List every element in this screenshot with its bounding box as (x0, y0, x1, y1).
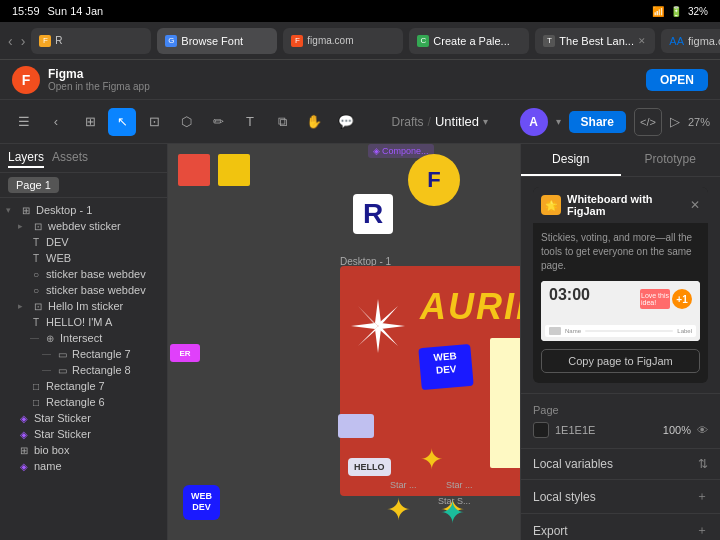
layer-sticker-base-2[interactable]: ○ sticker base webdev (0, 282, 167, 298)
expand-icon: — (42, 349, 52, 359)
hello-sticker-frame: HELLO (348, 458, 391, 476)
local-styles-add-icon[interactable]: ＋ (696, 488, 708, 505)
tab-create-palette[interactable]: C Create a Pale... (409, 28, 529, 54)
layer-webdev-sticker[interactable]: ▸ ⊡ webdev sticker (0, 218, 167, 234)
visibility-icon[interactable]: 👁 (697, 424, 708, 436)
design-tab[interactable]: Design (521, 144, 621, 176)
shape-tool-btn[interactable]: ⬡ (172, 108, 200, 136)
menu-btn[interactable]: ☰ (10, 108, 38, 136)
expand-icon: ▾ (6, 205, 16, 215)
back-btn[interactable]: ‹ (8, 33, 13, 49)
small-rect-sticker (338, 414, 374, 438)
pen-tool-btn[interactable]: ✏ (204, 108, 232, 136)
status-right: 📶 🔋 32% (652, 6, 708, 17)
tab-best-lan[interactable]: T The Best Lan... ✕ (535, 28, 655, 54)
copy-to-figjam-button[interactable]: Copy page to FigJam (541, 349, 700, 373)
tab-figma-1[interactable]: F R (31, 28, 151, 54)
tab-favicon-best: T (543, 35, 555, 47)
component-icon: ◈ (18, 412, 30, 424)
file-name[interactable]: Untitled (435, 114, 479, 129)
tab-browse-font[interactable]: G Browse Font (157, 28, 277, 54)
page-section: Page 1E1E1E 100% 👁 (521, 394, 720, 449)
text-icon: T (30, 316, 42, 328)
tab-figma-2[interactable]: F figma.com (283, 28, 403, 54)
figma-star-badge: F (408, 154, 460, 206)
prototype-tab[interactable]: Prototype (621, 144, 721, 176)
play-btn[interactable]: ▷ (670, 114, 680, 129)
export-add-icon[interactable]: ＋ (696, 522, 708, 539)
back-tool-btn[interactable]: ‹ (42, 108, 70, 136)
layer-sticker-base-1[interactable]: ○ sticker base webdev (0, 266, 167, 282)
tab-favicon-figma2: F (291, 35, 303, 47)
layer-desktop-1[interactable]: ▾ ⊞ Desktop - 1 (0, 202, 167, 218)
component-icon: ◈ (18, 460, 30, 472)
layer-label: Star Sticker (34, 412, 91, 424)
figjam-preview: 03:00 Love thisidea! +1 Name Label (541, 281, 700, 341)
figjam-banner: 🌟 Whiteboard with FigJam ✕ Stickies, vot… (533, 187, 708, 383)
address-bar[interactable]: AA figma.com 🔒 ↻ (661, 29, 720, 53)
canvas[interactable]: ◈ Compone... F R Desktop - 1 (168, 144, 520, 540)
compass-rose (348, 296, 408, 356)
layer-rect7a[interactable]: — ▭ Rectangle 7 (0, 346, 167, 362)
figjam-title: Whiteboard with FigJam (567, 193, 684, 217)
tab-favicon-figma: F (39, 35, 51, 47)
figjam-close-btn[interactable]: ✕ (690, 198, 700, 212)
tab-label-figma: R (55, 35, 62, 46)
assets-tab[interactable]: Assets (52, 148, 88, 168)
battery-percent: 32% (688, 6, 708, 17)
left-panel: Layers Assets Page 1 ▾ ⊞ Desktop - 1 ▸ ⊡… (0, 144, 168, 540)
text-icon: T (30, 236, 42, 248)
layer-intersect[interactable]: — ⊕ Intersect (0, 330, 167, 346)
layer-web[interactable]: T WEB (0, 250, 167, 266)
layer-hello-sticker[interactable]: ▸ ⊡ Hello Im sticker (0, 298, 167, 314)
dropdown-icon[interactable]: ▾ (483, 116, 488, 127)
text-tool-btn[interactable]: T (236, 108, 264, 136)
tab-label-browse: Browse Font (181, 35, 243, 47)
layer-tree: ▾ ⊞ Desktop - 1 ▸ ⊡ webdev sticker T DEV… (0, 198, 167, 540)
avatar-btn[interactable]: A (520, 108, 548, 136)
page-opacity: 100% (663, 424, 691, 436)
layer-rect8[interactable]: — ▭ Rectangle 8 (0, 362, 167, 378)
layer-dev[interactable]: T DEV (0, 234, 167, 250)
layer-name[interactable]: ◈ name (0, 458, 167, 474)
code-btn[interactable]: </> (634, 108, 662, 136)
layer-rect6[interactable]: □ Rectangle 6 (0, 394, 167, 410)
comment-tool-btn[interactable]: 💬 (332, 108, 360, 136)
layer-label: Rectangle 6 (46, 396, 105, 408)
tab-close-icon[interactable]: ✕ (638, 36, 646, 46)
local-variables-icon[interactable]: ⇅ (698, 457, 708, 471)
select-tool-btn[interactable]: ↖ (108, 108, 136, 136)
layer-star-sticker-2[interactable]: ◈ Star Sticker (0, 426, 167, 442)
drafts-label[interactable]: Drafts (392, 115, 424, 129)
hand-tool-btn[interactable]: ✋ (300, 108, 328, 136)
toolbar: ☰ ‹ ⊞ ↖ ⊡ ⬡ ✏ T ⧉ ✋ 💬 Drafts / Untitled … (0, 100, 720, 144)
page-tab-1[interactable]: Page 1 (8, 177, 59, 193)
layers-tab[interactable]: Layers (8, 148, 44, 168)
figma-app-name: Figma (48, 67, 638, 81)
share-button[interactable]: Share (569, 111, 626, 133)
avatar-dropdown-icon[interactable]: ▾ (556, 116, 561, 127)
page-color-swatch[interactable] (533, 422, 549, 438)
layer-star-sticker-1[interactable]: ◈ Star Sticker (0, 410, 167, 426)
webdev-badge-frame: WEBDEV (418, 344, 473, 390)
toolbar-center: Drafts / Untitled ▾ (366, 114, 514, 129)
layers-tool-btn[interactable]: ⊞ (76, 108, 104, 136)
zoom-level[interactable]: 27% (688, 116, 710, 128)
expand-icon: — (30, 333, 40, 343)
status-date: Sun 14 Jan (48, 5, 104, 17)
layer-label: Star Sticker (34, 428, 91, 440)
magenta-sticker: ER (170, 344, 200, 362)
open-in-figma-button[interactable]: OPEN (646, 69, 708, 91)
figma-app-bar: F Figma Open in the Figma app OPEN (0, 60, 720, 100)
component-tool-btn[interactable]: ⧉ (268, 108, 296, 136)
frame-tool-btn[interactable]: ⊡ (140, 108, 168, 136)
svg-marker-6 (358, 326, 378, 346)
layer-rect7b[interactable]: □ Rectangle 7 (0, 378, 167, 394)
page-color-row: 1E1E1E 100% 👁 (533, 422, 708, 438)
figma-info: Figma Open in the Figma app (48, 67, 638, 92)
frame-icon: ⊞ (20, 204, 32, 216)
star-label-1: Star ... (390, 480, 417, 490)
layer-hello-text[interactable]: T HELLO! I'M A (0, 314, 167, 330)
forward-btn[interactable]: › (21, 33, 26, 49)
layer-bio-box[interactable]: ⊞ bio box (0, 442, 167, 458)
